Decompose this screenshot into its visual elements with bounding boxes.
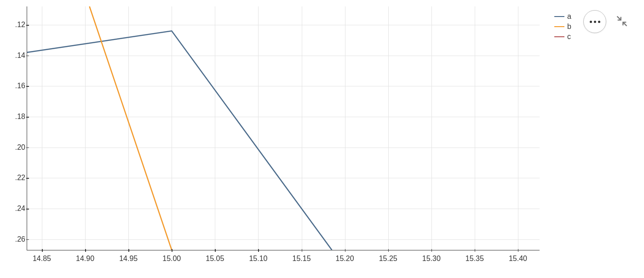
- x-tick-label: 15.25: [379, 255, 397, 263]
- y-tick-label: .22: [9, 174, 25, 182]
- x-tick-label: 15.05: [206, 255, 224, 263]
- x-tick-label: 14.95: [119, 255, 138, 263]
- y-tick-label: .20: [9, 143, 25, 152]
- x-tick-label: 15.00: [162, 255, 181, 263]
- y-tick-label: .14: [9, 51, 25, 60]
- x-tick-label: 15.10: [249, 255, 267, 263]
- y-tick-label: .12: [9, 21, 25, 29]
- more-options-button[interactable]: [583, 10, 606, 33]
- dots-icon: [590, 21, 592, 23]
- x-tick-label: 15.35: [466, 255, 484, 263]
- fullscreen-collapse-icon: [615, 15, 628, 28]
- legend-item-b[interactable]: b: [554, 22, 571, 32]
- x-tick-label: 15.15: [292, 255, 310, 263]
- y-tick-label: .26: [9, 235, 25, 244]
- chart-plot-area[interactable]: .12.14.16.18.20.22.24.26 14.8514.9014.95…: [27, 6, 540, 250]
- legend-label: c: [567, 33, 571, 41]
- x-tick-label: 14.90: [76, 255, 94, 263]
- chart-lines: [27, 6, 540, 250]
- legend-item-c[interactable]: c: [554, 32, 571, 42]
- legend-label: a: [567, 12, 571, 21]
- fullscreen-toggle-button[interactable]: [615, 15, 628, 28]
- x-tick-label: 15.20: [336, 255, 354, 263]
- x-tick-label: 15.30: [422, 255, 441, 263]
- y-tick-label: .24: [9, 204, 25, 213]
- legend-label: b: [567, 23, 571, 31]
- x-tick-label: 15.40: [509, 255, 527, 263]
- y-tick-label: .16: [9, 82, 25, 90]
- x-tick-label: 14.85: [33, 255, 51, 263]
- y-tick-label: .18: [9, 113, 25, 121]
- chart-legend: a b c: [554, 11, 571, 42]
- legend-item-a[interactable]: a: [554, 11, 571, 22]
